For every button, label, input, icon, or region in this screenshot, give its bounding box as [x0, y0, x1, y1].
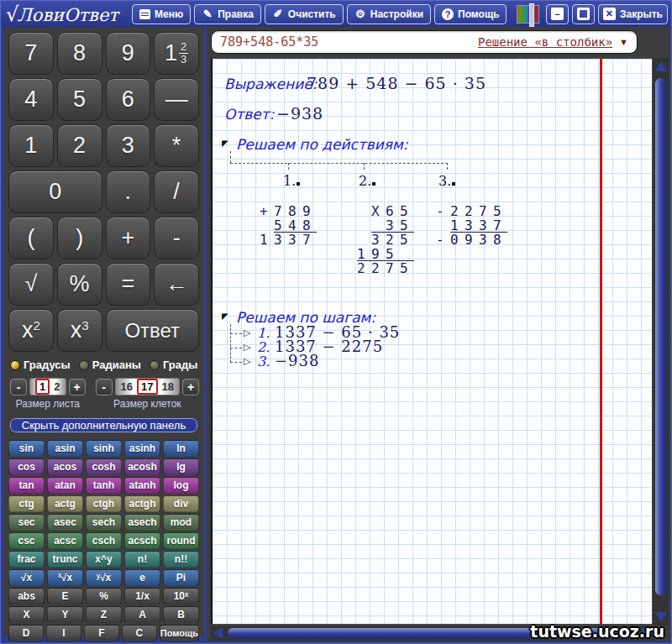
key-backspace[interactable]: ← [154, 263, 199, 306]
func-key-B[interactable]: B [163, 606, 199, 623]
func-key-cos[interactable]: cos [8, 458, 45, 475]
solution-mode-dropdown[interactable]: Решение «в столбик» ▼ [478, 35, 628, 49]
func-key-sech[interactable]: sech [86, 514, 122, 531]
func-help-button[interactable]: Помощь [160, 625, 199, 641]
clear-button[interactable]: ✐Очистить [265, 4, 344, 24]
scroll-up-button[interactable] [655, 61, 667, 71]
menu-button[interactable]: Меню [132, 4, 191, 24]
func-key-tanh[interactable]: tanh [86, 477, 122, 494]
func-key-frac[interactable]: frac [8, 551, 45, 568]
func-key-E[interactable]: E [47, 588, 83, 605]
cell-size-decrease-button[interactable]: - [96, 379, 113, 395]
mode-radians-radio[interactable]: Радианы [79, 359, 141, 371]
key-plus[interactable]: + [106, 217, 151, 259]
func-key-round[interactable]: round [163, 532, 199, 549]
key-fraction[interactable]: 123 [154, 32, 199, 75]
func-key-reciprocal[interactable]: 1/x [124, 588, 160, 605]
mode-degrees-radio[interactable]: Градусы [10, 359, 71, 371]
key-5[interactable]: 5 [57, 78, 102, 121]
func-key-div[interactable]: div [163, 495, 199, 512]
func-key-pi[interactable]: Pi [163, 569, 199, 586]
key-decimal[interactable]: . [106, 170, 151, 213]
key-multiply[interactable]: * [154, 124, 199, 167]
func-key-A[interactable]: A [124, 606, 160, 623]
func-key-atan[interactable]: atan [47, 477, 83, 494]
func-key-Y[interactable]: Y [47, 606, 83, 623]
key-sqrt[interactable]: √ [8, 263, 54, 306]
func-key-ctgh[interactable]: ctgh [86, 495, 122, 512]
maximize-button[interactable] [572, 4, 595, 24]
func-key-tan[interactable]: tan [8, 477, 45, 494]
step-triangle-icon[interactable]: ▷ [244, 356, 250, 367]
help-button[interactable]: ?Помощь [434, 4, 507, 24]
minimize-button[interactable]: − [546, 4, 569, 24]
func-key-acosh[interactable]: acosh [124, 458, 160, 475]
key-2[interactable]: 2 [57, 124, 102, 167]
func-key-acsc[interactable]: acsc [47, 532, 83, 549]
func-key-F[interactable]: F [84, 625, 119, 641]
key-equals[interactable]: = [106, 263, 151, 306]
answer-button[interactable]: Ответ [106, 309, 200, 352]
func-key-asinh[interactable]: asinh [124, 440, 160, 457]
func-key-C[interactable]: C [122, 625, 157, 641]
key-7[interactable]: 7 [8, 32, 54, 75]
expression-input[interactable] [220, 34, 478, 50]
func-key-lg[interactable]: lg [163, 458, 199, 475]
color-gradient-bar[interactable] [517, 5, 539, 24]
sheet-size-decrease-button[interactable]: - [10, 379, 27, 395]
key-6[interactable]: 6 [106, 78, 151, 121]
key-4[interactable]: 4 [8, 78, 54, 121]
func-key-cosh[interactable]: cosh [86, 458, 122, 475]
func-key-ln[interactable]: ln [163, 440, 199, 457]
mode-grads-radio[interactable]: Грады [150, 359, 197, 371]
func-key-percent[interactable]: % [86, 588, 122, 605]
func-key-pow10[interactable]: 10ˣ [163, 588, 199, 605]
func-key-log[interactable]: log [163, 477, 199, 494]
func-key-double-factorial[interactable]: n!! [163, 551, 199, 568]
func-key-Z[interactable]: Z [86, 606, 122, 623]
key-rparen[interactable]: ) [57, 217, 102, 259]
key-3[interactable]: 3 [106, 124, 151, 167]
func-key-csc[interactable]: csc [8, 532, 45, 549]
key-square[interactable]: x2 [8, 309, 54, 352]
func-key-abs[interactable]: abs [8, 588, 45, 605]
gradient-slider-handle[interactable] [529, 3, 534, 27]
func-key-sec[interactable]: sec [8, 514, 45, 531]
key-9[interactable]: 9 [106, 32, 151, 75]
scroll-left-button[interactable] [213, 627, 223, 639]
key-8[interactable]: 8 [57, 32, 102, 75]
func-key-yroot-x[interactable]: ʸ√x [86, 569, 122, 586]
func-key-sqrt-x[interactable]: √x [8, 569, 45, 586]
key-divide[interactable]: / [154, 170, 199, 213]
func-key-acsch[interactable]: acsch [124, 532, 160, 549]
vertical-scroll-thumb[interactable] [655, 78, 666, 595]
func-key-sin[interactable]: sin [8, 440, 45, 457]
key-cube[interactable]: x3 [57, 309, 102, 352]
func-key-D[interactable]: D [8, 625, 44, 641]
sheet-size-increase-button[interactable]: + [69, 379, 86, 395]
hide-panel-button[interactable]: Скрыть дополнительную панель [10, 418, 197, 432]
func-key-acos[interactable]: acos [47, 458, 83, 475]
key-percent[interactable]: % [57, 263, 102, 306]
cell-size-increase-button[interactable]: + [182, 379, 199, 395]
vertical-scrollbar[interactable] [652, 58, 669, 626]
key-0[interactable]: 0 [8, 170, 102, 213]
func-key-I[interactable]: I [46, 625, 81, 641]
func-key-actg[interactable]: actg [47, 495, 83, 512]
func-key-pow[interactable]: x^y [86, 551, 122, 568]
func-key-mod[interactable]: mod [163, 514, 199, 531]
collapse-arrow-icon[interactable]: ◤ [222, 312, 228, 321]
settings-button[interactable]: ⚙Настройки [347, 4, 431, 24]
func-key-X[interactable]: X [8, 606, 45, 623]
key-lparen[interactable]: ( [8, 217, 54, 259]
scroll-down-button[interactable] [655, 612, 667, 622]
func-key-asec[interactable]: asec [47, 514, 83, 531]
func-key-atanh[interactable]: atanh [124, 477, 160, 494]
key-minus-wide[interactable]: — [154, 78, 199, 121]
key-1[interactable]: 1 [8, 124, 54, 167]
func-key-e[interactable]: e [124, 569, 160, 586]
step-triangle-icon[interactable]: ▷ [244, 327, 250, 338]
func-key-cbrt-x[interactable]: ³√x [47, 569, 83, 586]
func-key-asech[interactable]: asech [124, 514, 160, 531]
func-key-csch[interactable]: csch [86, 532, 122, 549]
